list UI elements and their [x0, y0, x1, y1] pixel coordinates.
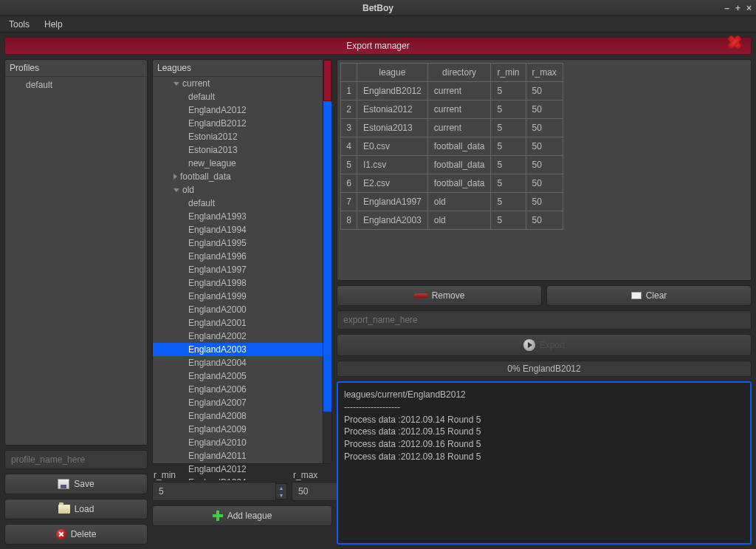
league-item[interactable]: EnglandA2001 — [153, 316, 331, 330]
maximize-icon[interactable]: + — [735, 3, 740, 13]
league-item[interactable]: EnglandB1994 — [153, 476, 331, 480]
league-item[interactable]: EnglandA2009 — [153, 423, 331, 436]
export-table[interactable]: leaguedirectoryr_minr_max1EnglandB2012cu… — [337, 59, 752, 281]
league-item[interactable]: EnglandA2008 — [153, 409, 331, 423]
spin-up-icon[interactable]: ▲ — [276, 484, 286, 491]
table-corner — [341, 64, 357, 82]
window-controls: – + × — [724, 3, 752, 13]
league-item[interactable]: EnglandA2002 — [153, 330, 331, 343]
progress-bar: 0% EnglandB2012 — [337, 361, 752, 377]
league-item[interactable]: EnglandA2000 — [153, 303, 331, 316]
delete-button[interactable]: Delete — [4, 524, 148, 545]
league-item[interactable]: new_league — [153, 157, 331, 170]
load-button[interactable]: Load — [4, 499, 148, 519]
chevron-down-icon[interactable] — [173, 188, 179, 192]
table-row[interactable]: 4E0.csvfootball_data550 — [341, 137, 563, 156]
table-header[interactable]: r_max — [526, 64, 563, 82]
league-item[interactable]: EnglandA1996 — [153, 250, 331, 263]
close-icon[interactable]: × — [746, 3, 752, 13]
league-item[interactable]: EnglandA1998 — [153, 276, 331, 290]
menubar: Tools Help — [0, 16, 756, 33]
table-row[interactable]: 2Estonia2012current550 — [341, 100, 563, 119]
league-item[interactable]: EnglandA1995 — [153, 236, 331, 250]
profile-name-input[interactable] — [4, 450, 148, 469]
table-row[interactable]: 3Estonia2013current550 — [341, 119, 563, 137]
save-icon — [58, 479, 69, 489]
table-header[interactable]: r_min — [491, 64, 526, 82]
table-row[interactable]: 6E2.csvfootball_data550 — [341, 174, 563, 193]
profile-item[interactable]: default — [5, 78, 147, 92]
league-item[interactable]: Estonia2012 — [153, 130, 331, 143]
league-item[interactable]: EnglandA2010 — [153, 436, 331, 449]
league-item[interactable]: EnglandA1999 — [153, 290, 331, 303]
league-item[interactable]: default — [153, 90, 331, 103]
table-row[interactable]: 5I1.csvfootball_data550 — [341, 156, 563, 174]
league-item[interactable]: EnglandA2004 — [153, 356, 331, 369]
export-button[interactable]: Export — [337, 334, 752, 356]
league-item[interactable]: Estonia2013 — [153, 143, 331, 157]
spin-down-icon[interactable]: ▼ — [276, 491, 286, 499]
league-item[interactable]: EnglandA1993 — [153, 210, 331, 223]
clear-icon — [631, 292, 642, 299]
add-league-button[interactable]: Add league — [152, 505, 332, 526]
league-item[interactable]: default — [153, 197, 331, 210]
leagues-tree[interactable]: currentdefaultEnglandA2012EnglandB2012Es… — [153, 77, 331, 480]
table-row[interactable]: 8EnglandA2003old550 — [341, 211, 563, 230]
add-icon — [213, 511, 223, 521]
titlebar: BetBoy – + × — [0, 0, 756, 16]
banner-close-icon[interactable] — [726, 33, 746, 54]
league-item[interactable]: EnglandA2006 — [153, 383, 331, 396]
menu-help[interactable]: Help — [44, 19, 63, 30]
chevron-down-icon[interactable] — [173, 82, 179, 86]
profiles-header: Profiles — [5, 60, 147, 77]
table-header[interactable]: league — [357, 64, 428, 82]
league-item[interactable]: EnglandA2012 — [153, 103, 331, 117]
play-icon — [523, 339, 535, 351]
league-item[interactable]: EnglandA1994 — [153, 223, 331, 236]
export-name-input[interactable] — [337, 310, 752, 330]
league-item[interactable]: EnglandA2007 — [153, 396, 331, 409]
log-output[interactable]: leagues/current/EnglandB2012------------… — [337, 381, 752, 545]
chevron-right-icon[interactable] — [173, 174, 177, 180]
remove-button[interactable]: Remove — [337, 285, 542, 306]
r-min-spinner[interactable]: ▲▼ — [152, 482, 287, 501]
table-row[interactable]: 1EnglandB2012current550 — [341, 82, 563, 100]
window-title: BetBoy — [362, 3, 394, 13]
leagues-scrollbar[interactable] — [323, 60, 331, 463]
menu-tools[interactable]: Tools — [9, 19, 30, 30]
minimize-icon[interactable]: – — [724, 3, 729, 13]
clear-button[interactable]: Clear — [546, 285, 752, 306]
profiles-tree[interactable]: default — [5, 77, 147, 445]
league-folder[interactable]: current — [153, 77, 331, 90]
banner-title: Export manager — [346, 41, 409, 51]
r-min-input[interactable] — [152, 482, 276, 501]
save-button[interactable]: Save — [4, 474, 148, 494]
league-item[interactable]: EnglandA2011 — [153, 449, 331, 463]
banner-export-manager: Export manager — [4, 37, 752, 55]
league-item[interactable]: EnglandA2003 — [153, 343, 331, 356]
league-item[interactable]: EnglandB2012 — [153, 117, 331, 130]
league-folder[interactable]: football_data — [153, 170, 331, 183]
table-header[interactable]: directory — [427, 64, 491, 82]
league-item[interactable]: EnglandA2012 — [153, 463, 331, 476]
leagues-header: Leagues — [153, 60, 331, 77]
remove-icon — [414, 293, 427, 298]
league-item[interactable]: EnglandA1997 — [153, 263, 331, 276]
league-item[interactable]: EnglandA2005 — [153, 369, 331, 383]
delete-icon — [56, 529, 66, 539]
folder-icon — [58, 505, 70, 514]
table-row[interactable]: 7EnglandA1997old550 — [341, 193, 563, 211]
league-folder[interactable]: old — [153, 183, 331, 197]
